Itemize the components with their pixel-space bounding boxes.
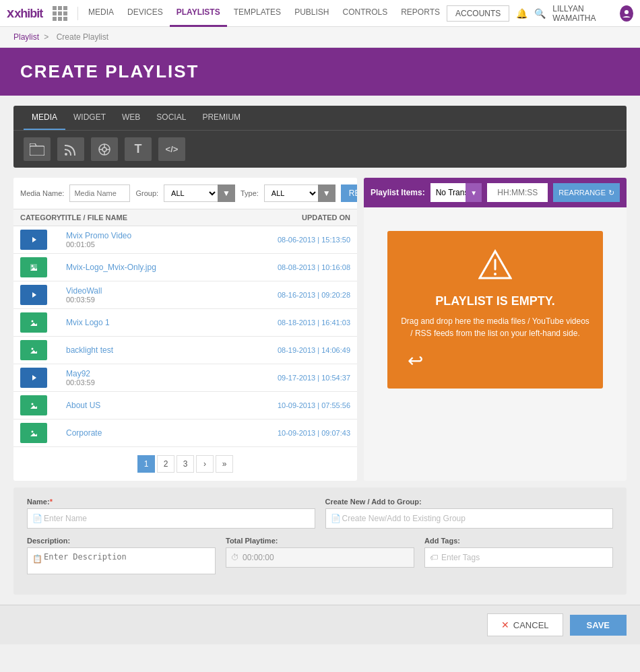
description-input-wrap: 📋	[27, 547, 216, 576]
page-3-btn[interactable]: 3	[177, 455, 194, 473]
group-label: Group:	[135, 189, 158, 197]
nav-reports[interactable]: REPORTS	[394, 0, 447, 27]
save-button[interactable]: SAVE	[570, 615, 627, 636]
folder-icon-btn[interactable]	[24, 137, 51, 161]
time-input[interactable]	[487, 183, 548, 202]
table-row: Mvix-Logo_Mvix-Only.jpg 08-08-2013 | 10:…	[13, 254, 357, 281]
playlist-items-label: Playlist Items:	[371, 188, 425, 197]
page-last-btn[interactable]: »	[216, 455, 233, 473]
playlist-content: PLAYLIST IS EMPTY. Drag and drop here th…	[364, 207, 627, 412]
breadcrumb: Playlist > Create Playlist	[0, 27, 640, 48]
transition-select[interactable]: No Transition	[430, 183, 482, 202]
col-title: TITLE / FILE NAME	[61, 213, 256, 222]
top-navigation: xxhibit MEDIA DEVICES PLAYLISTS TEMPLATE…	[0, 0, 640, 27]
media-icon-toolbar: T </>	[13, 131, 627, 168]
nav-controls[interactable]: CONTROLS	[335, 0, 394, 27]
breadcrumb-playlist[interactable]: Playlist	[13, 32, 39, 42]
name-icon: 📄	[32, 514, 42, 523]
total-playtime-label: Total Playtime:	[226, 537, 414, 545]
warning-icon	[401, 248, 589, 288]
file-info: backlight test	[61, 345, 256, 355]
tab-widget[interactable]: WIDGET	[65, 106, 114, 130]
table-row: May92 00:03:59 09-17-2013 | 10:54:37	[13, 364, 357, 392]
image-thumbnail	[20, 312, 47, 333]
tab-social[interactable]: SOCIAL	[148, 106, 194, 130]
file-date: 08-19-2013 | 14:06:49	[256, 346, 350, 354]
nav-devices[interactable]: DEVICES	[121, 0, 170, 27]
svg-point-0	[625, 10, 629, 14]
code-icon-btn[interactable]: </>	[158, 137, 185, 161]
type-select-arrow[interactable]: ▼	[318, 184, 335, 202]
nav-playlists[interactable]: PLAYLISTS	[170, 0, 227, 27]
apps-grid-icon[interactable]	[53, 6, 67, 21]
media-name-label: Media Name:	[20, 189, 64, 197]
tab-media[interactable]: MEDIA	[24, 106, 65, 130]
name-input-wrap: 📄	[27, 508, 315, 529]
table-row: Mvix Logo 1 08-18-2013 | 16:41:03	[13, 309, 357, 337]
playlist-empty-state: PLAYLIST IS EMPTY. Drag and drop here th…	[387, 231, 603, 389]
rearrange-icon: ↻	[608, 189, 614, 197]
file-name[interactable]: Mvix Promo Video	[66, 231, 251, 240]
rearrange-button[interactable]: REARRANGE ↻	[553, 183, 620, 202]
text-icon-btn[interactable]: T	[125, 137, 152, 161]
tab-web[interactable]: WEB	[114, 106, 148, 130]
search-icon[interactable]: 🔍	[534, 8, 546, 19]
total-playtime-group: Total Playtime: ⏱	[226, 537, 414, 576]
create-group-label: Create New / Add to Group:	[325, 498, 614, 506]
description-input[interactable]	[27, 547, 216, 574]
bell-icon[interactable]: 🔔	[516, 8, 527, 19]
nav-templates[interactable]: TEMPLATES	[227, 0, 288, 27]
file-name[interactable]: Mvix Logo 1	[66, 318, 251, 327]
group-select-arrow[interactable]: ▼	[218, 184, 235, 202]
empty-arrow-icon: ↩	[401, 349, 589, 372]
file-date: 08-06-2013 | 15:13:50	[256, 236, 350, 244]
nav-media[interactable]: MEDIA	[82, 0, 121, 27]
group-select[interactable]: ALL	[164, 184, 218, 202]
accounts-button[interactable]: ACCOUNTS	[447, 5, 509, 22]
cancel-button[interactable]: ✕ CANCEL	[487, 613, 563, 636]
file-name[interactable]: backlight test	[66, 345, 251, 355]
page-1-btn[interactable]: 1	[137, 455, 155, 473]
table-row: backlight test 08-19-2013 | 14:06:49	[13, 337, 357, 364]
feed-icon-btn[interactable]	[91, 137, 118, 161]
type-select-wrap: ALL ▼	[264, 184, 335, 202]
tags-group: Add Tags: 🏷	[424, 537, 613, 576]
form-row-1: Name:* 📄 Create New / Add to Group: 📄	[27, 498, 613, 529]
breadcrumb-separator: >	[44, 32, 51, 42]
page-title: CREATE PLAYLIST	[20, 61, 620, 82]
two-col-layout: Media Name: Group: ALL ▼ Type: ALL ▼	[13, 178, 627, 481]
table-row: About US 10-09-2013 | 07:55:56	[13, 392, 357, 419]
rearrange-label: REARRANGE	[558, 189, 606, 197]
file-date: 09-17-2013 | 10:54:37	[256, 374, 350, 382]
rss-icon-btn[interactable]	[57, 137, 84, 161]
file-date: 08-08-2013 | 10:16:08	[256, 263, 350, 271]
file-name[interactable]: Mvix-Logo_Mvix-Only.jpg	[66, 263, 251, 272]
tags-input[interactable]	[424, 547, 613, 568]
page-2-btn[interactable]: 2	[157, 455, 174, 473]
file-date: 10-09-2013 | 07:55:56	[256, 401, 350, 409]
bottom-form: Name:* 📄 Create New / Add to Group: 📄 De…	[13, 488, 627, 595]
media-name-input[interactable]	[69, 184, 130, 202]
name-input[interactable]	[27, 508, 315, 529]
nav-publish[interactable]: PUBLISH	[288, 0, 335, 27]
file-name[interactable]: Corporate	[66, 428, 251, 438]
refresh-button[interactable]: REFRESH ↻	[341, 184, 357, 202]
svg-point-18	[32, 321, 34, 323]
file-name[interactable]: VideoWall	[66, 286, 251, 296]
file-duration: 00:01:05	[66, 240, 251, 248]
user-profile[interactable]: LILLYAN WAMAITHA	[552, 4, 633, 23]
file-duration: 00:03:59	[66, 378, 251, 387]
type-select[interactable]: ALL	[264, 184, 318, 202]
file-name[interactable]: About US	[66, 401, 251, 410]
tab-premium[interactable]: PREMIUM	[194, 106, 249, 130]
file-info: Mvix-Logo_Mvix-Only.jpg	[61, 263, 256, 272]
cancel-x-icon: ✕	[501, 619, 509, 630]
page-next-btn[interactable]: ›	[196, 455, 214, 473]
svg-point-4	[102, 147, 106, 152]
tags-input-wrap: 🏷	[424, 547, 613, 568]
create-group-input[interactable]	[325, 508, 614, 529]
table-row: Mvix Promo Video 00:01:05 08-06-2013 | 1…	[13, 226, 357, 254]
file-info: Corporate	[61, 428, 256, 438]
file-name[interactable]: May92	[66, 369, 251, 378]
app-logo: xxhibit	[7, 5, 42, 21]
